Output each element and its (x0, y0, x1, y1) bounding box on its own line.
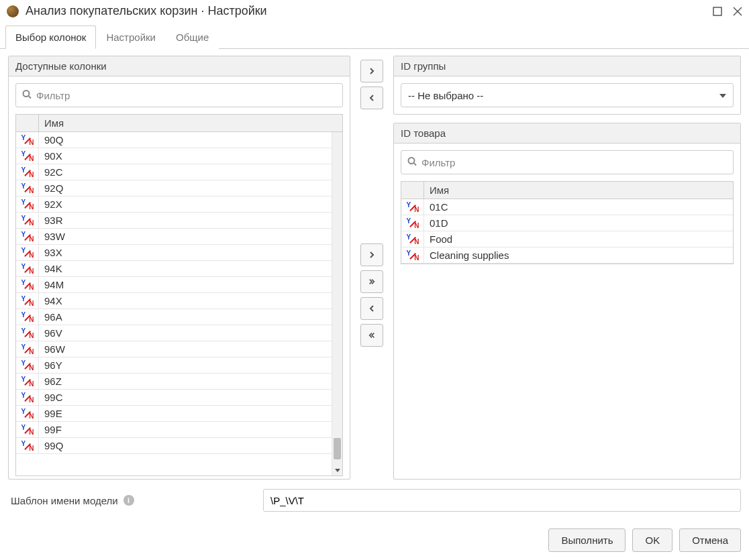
scrollbar[interactable] (332, 132, 342, 475)
table-row[interactable]: 92Q (16, 180, 342, 197)
table-row[interactable]: 93X (16, 245, 342, 261)
row-type-icon (16, 197, 39, 212)
row-name: 92X (39, 197, 342, 212)
row-type-icon (16, 261, 39, 276)
table-row[interactable]: 93R (16, 213, 342, 229)
yn-icon (21, 441, 34, 451)
table-row[interactable]: 99C (16, 390, 342, 406)
table-row[interactable]: 96V (16, 325, 342, 341)
ok-button[interactable]: OK (632, 528, 672, 552)
row-type-icon (16, 406, 39, 421)
svg-marker-6 (719, 94, 726, 98)
row-name: 90X (39, 148, 342, 164)
row-type-icon (16, 325, 39, 341)
table-row[interactable]: 94X (16, 293, 342, 309)
table-row[interactable]: 01D (401, 215, 733, 231)
cancel-button[interactable]: Отмена (679, 528, 741, 552)
group-id-select[interactable]: -- Не выбрано -- (401, 83, 734, 107)
move-right-top-button[interactable] (360, 60, 383, 82)
model-name-input[interactable] (263, 489, 741, 512)
app-icon (7, 5, 19, 17)
row-type-icon (16, 374, 39, 389)
row-type-icon (16, 341, 39, 357)
row-type-icon (16, 390, 39, 405)
product-id-title: ID товара (394, 123, 740, 144)
move-left-top-button[interactable] (360, 87, 383, 109)
window-title: Анализ покупательских корзин · Настройки (26, 4, 703, 18)
table-row[interactable]: 96A (16, 309, 342, 325)
row-name: 90Q (39, 132, 342, 148)
grid-header-name[interactable]: Имя (424, 182, 733, 199)
table-row[interactable]: 96Y (16, 357, 342, 374)
info-icon[interactable]: i (123, 495, 134, 506)
yn-icon (21, 167, 34, 178)
yn-icon (21, 280, 34, 290)
available-columns-panel: Доступные колонки Имя (8, 56, 350, 480)
row-type-icon (16, 309, 39, 325)
yn-icon (21, 312, 34, 323)
table-row[interactable]: 92X (16, 197, 342, 213)
table-row[interactable]: 99F (16, 422, 342, 438)
row-name: 99Q (39, 438, 342, 453)
scroll-down-button[interactable] (332, 465, 342, 475)
scrollbar-thumb[interactable] (334, 438, 341, 459)
titlebar: Анализ покупательских корзин · Настройки (0, 0, 749, 22)
row-name: 93R (39, 213, 342, 228)
row-type-icon (16, 293, 39, 309)
yn-icon (21, 328, 34, 339)
row-name: 93W (39, 229, 342, 244)
table-row[interactable]: 94K (16, 261, 342, 277)
yn-icon (407, 234, 419, 245)
table-row[interactable]: 93W (16, 229, 342, 245)
yn-icon (21, 376, 34, 387)
table-row[interactable]: 99Q (16, 438, 342, 454)
chevron-down-icon (719, 90, 726, 101)
grid-header-name[interactable]: Имя (39, 115, 342, 131)
yn-icon (21, 264, 34, 274)
table-row[interactable]: 01C (401, 199, 733, 215)
row-type-icon (16, 438, 39, 453)
table-row[interactable]: 92C (16, 164, 342, 180)
row-name: 92C (39, 164, 342, 180)
move-left-button[interactable] (360, 297, 383, 320)
table-row[interactable]: 99E (16, 406, 342, 422)
maximize-button[interactable] (711, 5, 723, 17)
yn-icon (407, 250, 419, 261)
table-row[interactable]: 94M (16, 277, 342, 293)
row-name: 99F (39, 422, 342, 437)
tab-columns[interactable]: Выбор колонок (5, 25, 96, 49)
table-row[interactable]: Food (401, 231, 733, 247)
tab-general[interactable]: Общие (166, 25, 219, 49)
search-icon (407, 157, 417, 168)
row-type-icon (16, 180, 39, 196)
row-name: 99E (39, 406, 342, 421)
table-row[interactable]: Cleaning supplies (401, 247, 733, 264)
model-name-label: Шаблон имени модели i (8, 495, 256, 506)
table-row[interactable]: 90Q (16, 132, 342, 148)
execute-button[interactable]: Выполнить (548, 528, 626, 552)
move-all-right-button[interactable] (360, 270, 383, 293)
row-type-icon (401, 215, 424, 231)
svg-rect-0 (713, 7, 721, 15)
tab-settings[interactable]: Настройки (96, 25, 166, 49)
close-button[interactable] (732, 5, 744, 17)
row-name: 01C (424, 199, 733, 215)
move-all-left-button[interactable] (360, 324, 383, 347)
move-right-button[interactable] (360, 243, 383, 266)
row-name: 93X (39, 245, 342, 260)
product-filter-input[interactable] (401, 150, 734, 174)
available-filter-input[interactable] (15, 83, 343, 107)
svg-line-8 (414, 164, 416, 166)
table-row[interactable]: 90X (16, 148, 342, 164)
table-row[interactable]: 96Z (16, 374, 342, 390)
product-id-grid: Имя 01C01DFoodCleaning supplies (401, 181, 734, 264)
row-type-icon (16, 245, 39, 260)
group-id-panel: ID группы -- Не выбрано -- (393, 56, 741, 115)
yn-icon (407, 218, 419, 229)
row-type-icon (16, 132, 39, 148)
available-columns-title: Доступные колонки (9, 56, 350, 76)
table-row[interactable]: 96W (16, 341, 342, 357)
yn-icon (21, 135, 34, 146)
svg-point-7 (409, 158, 415, 164)
tabs: Выбор колонок Настройки Общие (0, 25, 749, 49)
